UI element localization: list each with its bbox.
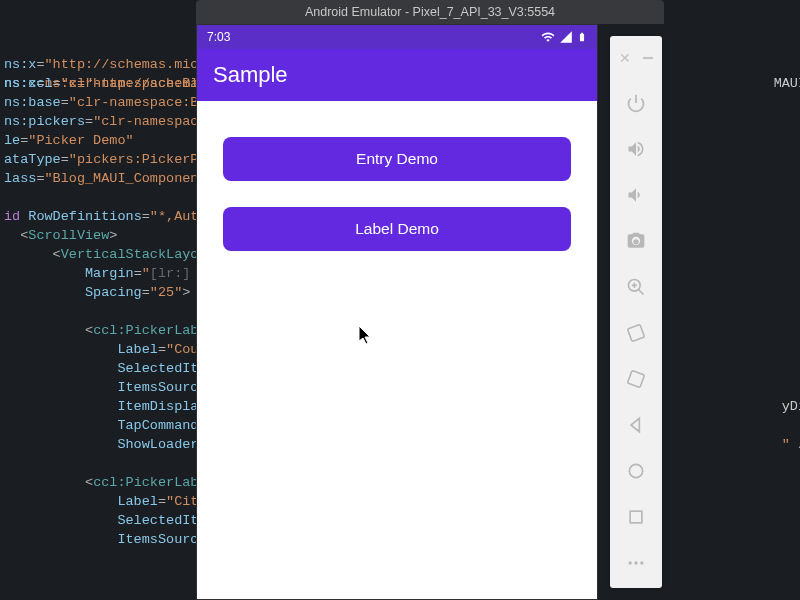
svg-point-11 — [634, 561, 637, 564]
app-bar: Sample — [197, 49, 597, 101]
back-icon[interactable] — [625, 414, 647, 436]
svg-rect-9 — [630, 511, 642, 523]
emulator-title-bar[interactable]: Android Emulator - Pixel_7_API_33_V3:555… — [196, 0, 664, 24]
app-content: Entry Demo Label Demo — [197, 101, 597, 287]
volume-down-icon[interactable] — [625, 184, 647, 206]
svg-point-10 — [629, 561, 632, 564]
status-icons — [541, 30, 587, 44]
label-demo-button[interactable]: Label Demo — [223, 207, 571, 251]
emulator-title: Android Emulator - Pixel_7_API_33_V3:555… — [305, 5, 555, 19]
emulator-side-toolbar: ✕ — [610, 36, 662, 588]
app-title: Sample — [213, 62, 288, 88]
svg-point-8 — [629, 464, 642, 477]
more-icon[interactable] — [625, 552, 647, 574]
rotate-left-icon[interactable] — [625, 322, 647, 344]
device-screen: 7:03 Sample Entry Demo La — [196, 24, 598, 600]
emulator-window: Android Emulator - Pixel_7_API_33_V3:555… — [196, 0, 664, 600]
battery-icon — [577, 30, 587, 44]
svg-rect-6 — [627, 370, 644, 387]
svg-marker-7 — [631, 418, 639, 431]
volume-up-icon[interactable] — [625, 138, 647, 160]
svg-rect-5 — [627, 324, 644, 341]
close-icon[interactable]: ✕ — [619, 50, 631, 66]
signal-icon — [559, 30, 573, 44]
home-icon[interactable] — [625, 460, 647, 482]
rotate-right-icon[interactable] — [625, 368, 647, 390]
overview-icon[interactable] — [625, 506, 647, 528]
zoom-icon[interactable] — [625, 276, 647, 298]
svg-point-0 — [633, 239, 638, 244]
svg-point-12 — [640, 561, 643, 564]
power-icon[interactable] — [625, 92, 647, 114]
android-status-bar: 7:03 — [197, 25, 597, 49]
wifi-icon — [541, 30, 555, 44]
status-time: 7:03 — [207, 30, 230, 44]
entry-demo-button[interactable]: Entry Demo — [223, 137, 571, 181]
minimize-icon[interactable] — [643, 57, 653, 59]
camera-icon[interactable] — [625, 230, 647, 252]
svg-line-2 — [639, 290, 644, 295]
